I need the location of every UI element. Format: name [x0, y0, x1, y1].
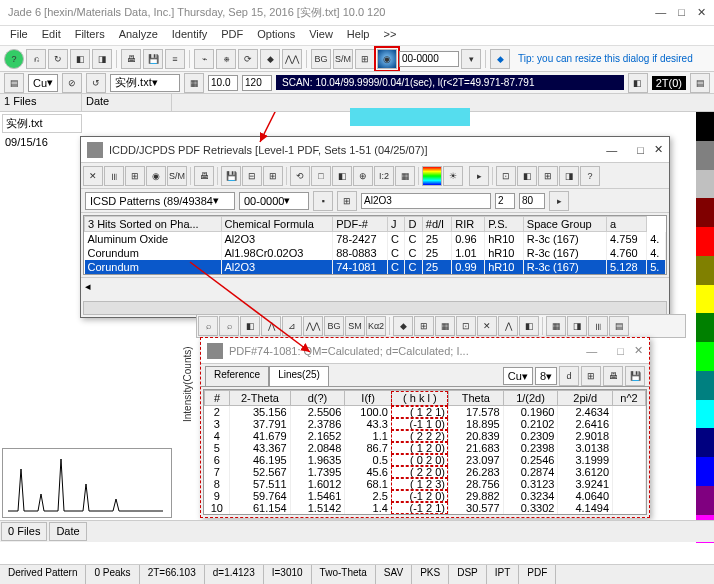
- menu-view[interactable]: View: [309, 28, 333, 43]
- menu-file[interactable]: File: [10, 28, 28, 43]
- tb-wave-icon[interactable]: ⌁: [194, 49, 214, 69]
- color-swatch[interactable]: [696, 141, 714, 170]
- col-header[interactable]: RIR: [452, 217, 485, 232]
- col-header[interactable]: 2-Theta: [230, 391, 290, 406]
- menu-filters[interactable]: Filters: [75, 28, 105, 43]
- m-k[interactable]: ✕: [477, 316, 497, 336]
- sb-d[interactable]: ▦: [184, 73, 204, 93]
- table-row[interactable]: 543.3672.084886.7( 1 2 0)21.6830.23983.0…: [205, 442, 646, 454]
- m-b[interactable]: ⌕: [219, 316, 239, 336]
- tb-c[interactable]: ◧: [70, 49, 90, 69]
- color-swatch[interactable]: [696, 342, 714, 371]
- d1-k[interactable]: ▦: [395, 166, 415, 186]
- d1-h[interactable]: □: [311, 166, 331, 186]
- col-header[interactable]: #: [205, 391, 230, 406]
- close-icon[interactable]: ✕: [697, 6, 706, 19]
- go-icon[interactable]: ?: [4, 49, 24, 69]
- col-header[interactable]: a: [607, 217, 647, 232]
- m-d[interactable]: ⋀: [261, 316, 281, 336]
- d1-c[interactable]: ⊞: [125, 166, 145, 186]
- tb-sm[interactable]: S/M: [333, 49, 353, 69]
- dlg2-close-icon[interactable]: ✕: [634, 344, 643, 357]
- m-m[interactable]: ◧: [519, 316, 539, 336]
- maximize-icon[interactable]: □: [678, 6, 685, 19]
- col-header[interactable]: Space Group: [523, 217, 606, 232]
- minimize-icon[interactable]: —: [655, 6, 666, 19]
- file-item[interactable]: 实例.txt: [2, 114, 82, 133]
- left-arrow-icon[interactable]: ◂: [85, 280, 91, 293]
- col-header[interactable]: I(f): [345, 391, 391, 406]
- color-swatch[interactable]: [696, 227, 714, 256]
- pdf-search-icon[interactable]: ◉: [377, 49, 397, 69]
- color-swatch[interactable]: [696, 285, 714, 314]
- col-header[interactable]: Theta: [448, 391, 503, 406]
- tb-d[interactable]: ◨: [92, 49, 112, 69]
- col-header[interactable]: PDF-#: [333, 217, 388, 232]
- tb-g[interactable]: ⟳: [238, 49, 258, 69]
- m-bg[interactable]: BG: [324, 316, 344, 336]
- d2-save[interactable]: 💾: [625, 366, 645, 386]
- d1-i2[interactable]: I:2: [374, 166, 394, 186]
- dlg1-max-icon[interactable]: □: [637, 144, 644, 156]
- table-row[interactable]: 646.1951.96350.5( 0 2 0)23.0970.25463.19…: [205, 454, 646, 466]
- tb-f[interactable]: ⎈: [216, 49, 236, 69]
- table-row[interactable]: 1061.1541.51421.4(-1 2 1)30.5770.33024.1…: [205, 502, 646, 514]
- m-ka2[interactable]: Kα2: [366, 316, 386, 336]
- d1-e[interactable]: ⊟: [242, 166, 262, 186]
- col-header[interactable]: 2pi/d: [558, 391, 613, 406]
- sb-a[interactable]: ▤: [4, 73, 24, 93]
- menu-analyze[interactable]: Analyze: [119, 28, 158, 43]
- m-a[interactable]: ⌕: [198, 316, 218, 336]
- d1-r[interactable]: ▪: [313, 191, 333, 211]
- id-combo[interactable]: 00-0000 ▾: [239, 192, 309, 210]
- color-swatch[interactable]: [696, 428, 714, 457]
- d1-m[interactable]: ⊡: [496, 166, 516, 186]
- d1-go[interactable]: ▸: [549, 191, 569, 211]
- n-combo[interactable]: 8 ▾: [535, 367, 557, 385]
- m-n[interactable]: ▦: [546, 316, 566, 336]
- table-row[interactable]: Aluminum OxideAl2O378-2427CC250.96hR10R-…: [85, 232, 666, 247]
- table-row[interactable]: 235.1562.5506100.0( 1 2 1)17.5780.19602.…: [205, 406, 646, 419]
- filter1-combo[interactable]: ICSD Patterns (89/49384 ▾: [85, 192, 235, 210]
- m-c[interactable]: ◧: [240, 316, 260, 336]
- m-q[interactable]: ▤: [609, 316, 629, 336]
- m-sm[interactable]: SM: [345, 316, 365, 336]
- table-row[interactable]: 752.5671.739545.6( 2 2 0)26.2830.28743.6…: [205, 466, 646, 478]
- color-swatch[interactable]: [696, 170, 714, 199]
- m-f[interactable]: ⋀⋀: [303, 316, 323, 336]
- color-palette[interactable]: [696, 112, 714, 572]
- d1-j[interactable]: ⊕: [353, 166, 373, 186]
- cu-combo2[interactable]: Cu ▾: [503, 367, 533, 385]
- tb-bg[interactable]: BG: [311, 49, 331, 69]
- col-header[interactable]: ( h k l ): [391, 391, 448, 406]
- cu-combo[interactable]: Cu ▾: [28, 74, 58, 92]
- d1-i[interactable]: ◧: [332, 166, 352, 186]
- m-e[interactable]: ⊿: [282, 316, 302, 336]
- tb-e[interactable]: ≡: [165, 49, 185, 69]
- diamond-icon[interactable]: ◆: [490, 49, 510, 69]
- color-swatch[interactable]: [696, 256, 714, 285]
- col-header[interactable]: n^2: [613, 391, 646, 406]
- d1-p[interactable]: ◨: [559, 166, 579, 186]
- dlg2-max-icon[interactable]: □: [617, 345, 624, 357]
- search-input[interactable]: [361, 193, 491, 209]
- col-header[interactable]: #d/I: [422, 217, 451, 232]
- table-row[interactable]: 337.7912.378643.3(-1 1 0)18.8950.21022.6…: [205, 418, 646, 430]
- d1-close[interactable]: ✕: [83, 166, 103, 186]
- table-row[interactable]: CorundumAl2O374-1081CC250.99hR10R-3c (16…: [85, 260, 666, 274]
- menu-more[interactable]: >>: [383, 28, 396, 43]
- col-header[interactable]: D: [405, 217, 422, 232]
- d2-b[interactable]: ⊞: [581, 366, 601, 386]
- save-icon[interactable]: 💾: [143, 49, 163, 69]
- color-swatch[interactable]: [696, 400, 714, 429]
- d1-sm[interactable]: S/M: [167, 166, 187, 186]
- color-swatch[interactable]: [696, 486, 714, 515]
- sb-c[interactable]: ↺: [86, 73, 106, 93]
- n1-input[interactable]: [495, 193, 515, 209]
- tb-b[interactable]: ↻: [48, 49, 68, 69]
- print-icon[interactable]: 🖶: [121, 49, 141, 69]
- menu-pdf[interactable]: PDF: [221, 28, 243, 43]
- tb-i[interactable]: ⋀⋀: [282, 49, 302, 69]
- hscrollbar[interactable]: [83, 301, 667, 315]
- color-swatch[interactable]: [696, 198, 714, 227]
